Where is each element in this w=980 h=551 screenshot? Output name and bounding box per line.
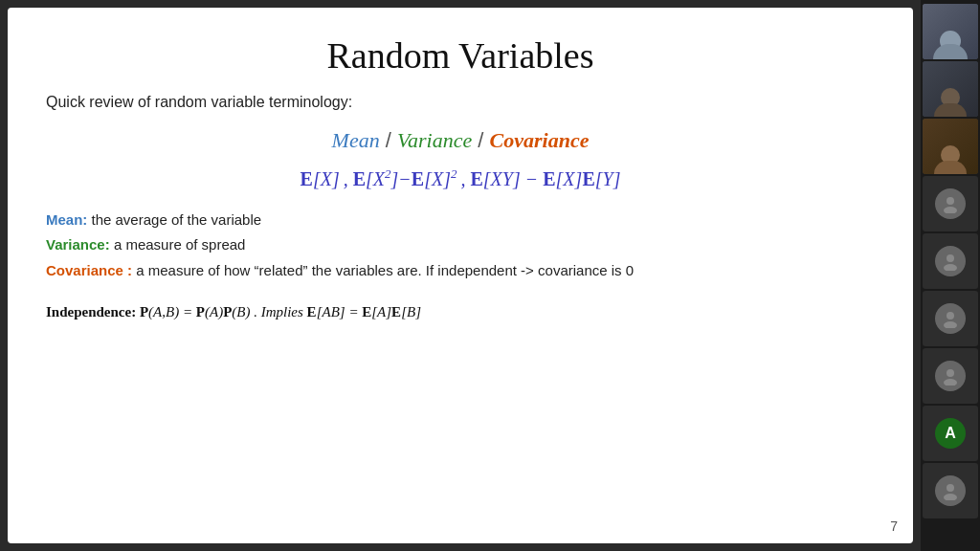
def-mean-line: Mean: the average of the variable — [46, 209, 875, 231]
slide-number: 7 — [890, 518, 898, 534]
svg-point-5 — [944, 321, 957, 328]
svg-point-6 — [947, 369, 954, 377]
participant-tile-5[interactable] — [923, 233, 978, 289]
svg-point-8 — [947, 484, 954, 492]
participant-tile-7[interactable] — [923, 348, 978, 404]
independence-formula: P — [140, 304, 148, 320]
participant-tile-9[interactable] — [923, 463, 978, 518]
slide-subtitle: Quick review of random variable terminol… — [46, 94, 875, 111]
term-covariance: Covariance — [490, 128, 590, 152]
separator-1: / — [380, 128, 397, 152]
term-mean: Mean — [332, 128, 380, 152]
person-icon — [941, 481, 960, 500]
formula-line: E[X] , E[X2]−E[X]2 , E[XY] − E[X]E[Y] — [46, 166, 875, 190]
participant-avatar-5 — [935, 246, 966, 276]
participants-sidebar: A — [921, 0, 980, 551]
participant-tile-2[interactable] — [923, 61, 978, 117]
participant-avatar-letter-8: A — [935, 418, 966, 449]
participant-tile-8[interactable]: A — [923, 406, 978, 461]
def-variance-line: Variance: a measure of spread — [46, 234, 875, 256]
svg-point-3 — [944, 264, 957, 271]
person-icon — [941, 252, 960, 271]
independence-formula-body: (A,B) = — [148, 304, 196, 320]
svg-point-1 — [944, 207, 957, 213]
participant-tile-6[interactable] — [923, 291, 978, 346]
participant-video-1 — [923, 4, 978, 59]
participant-tile-3[interactable] — [923, 119, 978, 174]
def-covariance-line: Covariance : a measure of how “related” … — [46, 260, 875, 282]
def-mean-text: the average of the variable — [87, 211, 261, 228]
participant-avatar-6 — [935, 303, 966, 334]
person-icon — [941, 309, 960, 328]
terms-line: Mean / Variance / Covariance — [46, 128, 875, 153]
participant-video-2 — [923, 61, 978, 117]
def-variance-text: a measure of spread — [110, 236, 246, 253]
main-presentation-area: Random Variables Quick review of random … — [0, 0, 921, 551]
person-icon — [941, 366, 960, 386]
svg-point-2 — [947, 254, 954, 262]
participant-avatar-9 — [935, 475, 966, 506]
participant-avatar-4 — [935, 188, 966, 219]
definitions-section: Mean: the average of the variable Varian… — [46, 209, 875, 282]
svg-point-4 — [947, 312, 954, 320]
def-covariance-label: Covariance : — [46, 262, 132, 278]
independence-section: Independence: P(A,B) = P(A)P(B) . Implie… — [46, 304, 875, 320]
def-mean-label: Mean: — [46, 211, 87, 228]
slide-content: Random Variables Quick review of random … — [8, 8, 913, 543]
person-icon — [941, 194, 960, 213]
participant-avatar-7 — [935, 361, 966, 391]
term-variance: Variance — [397, 128, 472, 152]
slide-title: Random Variables — [46, 34, 875, 77]
svg-point-0 — [947, 197, 954, 205]
participant-tile-1[interactable] — [923, 4, 978, 59]
svg-point-7 — [944, 379, 957, 386]
independence-label: Independence: — [46, 304, 140, 320]
separator-2: / — [472, 128, 489, 152]
def-variance-label: Variance: — [46, 236, 110, 253]
svg-point-9 — [944, 494, 957, 500]
participant-video-3 — [923, 119, 978, 174]
def-covariance-text: a measure of how “related” the variables… — [132, 262, 634, 278]
participant-tile-4[interactable] — [923, 176, 978, 231]
